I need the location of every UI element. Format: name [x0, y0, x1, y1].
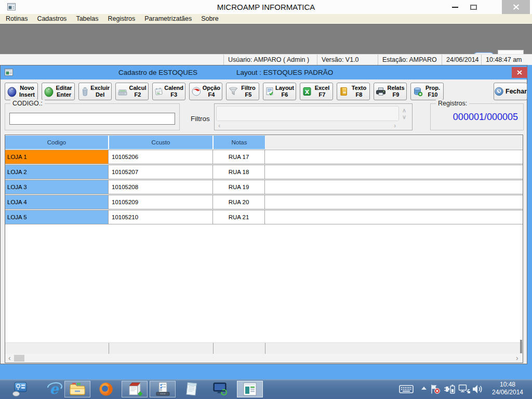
button-label: Novo: [18, 85, 36, 91]
filtros-label: Filtros: [191, 115, 210, 123]
prop-button[interactable]: Prop.F10: [410, 83, 444, 100]
codigo-groupbox: CODIGO.:: [5, 103, 180, 130]
taskbar-internet-explorer[interactable]: e: [42, 381, 66, 397]
horizontal-scrollbar[interactable]: ‹ ›: [5, 354, 523, 363]
close-button[interactable]: [502, 0, 530, 14]
cell-ccusto: 10105207: [109, 165, 213, 179]
footer-divider: [265, 343, 265, 354]
button-label: Relats: [387, 85, 405, 91]
header-filler: [265, 136, 523, 149]
column-header-codigo[interactable]: Codigo: [5, 136, 108, 149]
cell-notas: RUA 18: [213, 165, 265, 179]
novo-button[interactable]: NovoInsert: [5, 83, 38, 100]
menu-item-registros[interactable]: Registros: [103, 14, 140, 24]
button-shortcut: F3: [164, 91, 183, 98]
button-shortcut: F9: [387, 91, 405, 98]
taskbar-notepad[interactable]: [179, 381, 204, 397]
taskbar-firefox[interactable]: [94, 381, 118, 397]
child-layout-title: Layout : ESTOQUES PADRÃO: [236, 69, 333, 76]
table-row[interactable]: LOJA 2 10105207 RUA 18: [5, 165, 523, 179]
button-shortcut: Enter: [55, 91, 73, 98]
table-row[interactable]: LOJA 1 10105206 RUA 17: [5, 150, 523, 164]
calcul-button[interactable]: CalculF2: [115, 83, 149, 100]
editar-button[interactable]: EditarEnter: [42, 83, 75, 100]
status-user: Usúario: AMPARO ( Admin ): [223, 55, 317, 65]
mdi-area: Cadastro de ESTOQUES Layout : ESTOQUES P…: [0, 65, 532, 379]
table-row[interactable]: LOJA 4 10105209 RUA 20: [5, 195, 523, 209]
excel-button[interactable]: X ExcelF7: [300, 83, 333, 100]
tray-keyboard-icon[interactable]: [399, 384, 414, 394]
excluir-button[interactable]: ExcluirDel: [78, 83, 112, 100]
menu-item-cadastros[interactable]: Cadastros: [32, 14, 71, 24]
tray-network-icon[interactable]: [458, 384, 471, 394]
filtros-scroll-right[interactable]: ›: [394, 123, 396, 128]
firefox-icon: [98, 381, 114, 397]
filtro-button[interactable]: FiltroF5: [226, 83, 259, 100]
maximize-button[interactable]: [464, 0, 482, 14]
cell-codigo: LOJA 3: [5, 180, 109, 194]
folder-icon: [69, 381, 86, 397]
taskbar-file-explorer[interactable]: [64, 381, 90, 397]
texto-button[interactable]: TextoF8: [337, 83, 370, 100]
calendar-icon: [154, 86, 163, 97]
notepad-icon: [183, 381, 200, 397]
filtros-scroll-down[interactable]: ∨: [402, 114, 406, 120]
taskbar-notes-app[interactable]: [122, 381, 148, 397]
calend-button[interactable]: CalendF3: [152, 83, 185, 100]
internet-explorer-icon: e: [46, 381, 62, 397]
button-shortcut: Insert: [18, 91, 36, 98]
filtros-scroll-left[interactable]: ‹: [218, 123, 220, 128]
button-shortcut: Del: [90, 91, 110, 98]
menu-item-sobre[interactable]: Sobre: [196, 14, 223, 24]
cell-ccusto: 10105210: [109, 210, 213, 224]
table-row[interactable]: LOJA 3 10105208 RUA 19: [5, 180, 523, 194]
table-row[interactable]: LOJA 5 10105210 RUA 21: [5, 210, 523, 224]
codigo-input[interactable]: [9, 113, 175, 125]
opcao-button[interactable]: OpçãoF4: [189, 83, 222, 100]
cell-codigo: LOJA 2: [5, 165, 109, 179]
funnel-icon: [228, 86, 238, 97]
grid-footer: [5, 342, 523, 354]
tray-show-hidden-icon[interactable]: [421, 386, 427, 390]
horizontal-scrollbar-thumb[interactable]: [14, 355, 24, 362]
column-header-ccusto[interactable]: Ccusto: [109, 136, 212, 149]
fechar-button[interactable]: Fechar: [494, 83, 527, 100]
tray-clock[interactable]: 10:48 24/06/2014: [485, 381, 530, 397]
calculator-icon: [117, 86, 128, 97]
child-close-button[interactable]: [512, 67, 527, 78]
taskbar-tasks-app[interactable]: [150, 381, 176, 397]
relats-button[interactable]: RelatsF9: [374, 83, 407, 100]
tray-date: 24/06/2014: [485, 389, 530, 396]
tray-power-icon[interactable]: [444, 384, 456, 394]
menubar: Rotinas Cadastros Tabelas Registros Para…: [0, 14, 532, 24]
mouse-green-icon: [44, 86, 54, 97]
scroll-right-arrow-icon[interactable]: ›: [516, 354, 518, 362]
taskbar-remote-desktop[interactable]: [208, 381, 233, 397]
layout-button[interactable]: LayoutF6: [263, 83, 296, 100]
button-label: Calend: [164, 85, 183, 91]
cell-notas: RUA 19: [213, 180, 265, 194]
close-icon: [513, 4, 520, 10]
printer-icon: [376, 86, 386, 97]
filtros-scroll-up[interactable]: ∧: [402, 108, 406, 113]
filtros-list[interactable]: [216, 106, 399, 121]
column-header-notas[interactable]: Notas: [214, 136, 265, 149]
menu-item-tabelas[interactable]: Tabelas: [71, 14, 103, 24]
scroll-left-arrow-icon[interactable]: ‹: [8, 354, 11, 362]
menu-item-rotinas[interactable]: Rotinas: [1, 14, 32, 24]
codigo-label: CODIGO.:: [10, 100, 45, 107]
button-label: Opção: [203, 85, 220, 91]
minimize-button[interactable]: [447, 0, 463, 14]
vertical-scrollbar-thumb[interactable]: [520, 340, 522, 353]
taskbar-start-button[interactable]: [7, 381, 32, 397]
status-date: 24/06/2014: [442, 55, 481, 65]
child-toolbar: NovoInsert EditarEnter ExcluirDel Calcul…: [5, 83, 444, 100]
registros-counter: 000001/000005: [453, 112, 518, 123]
taskbar-microamp-app[interactable]: [237, 381, 263, 397]
tray-volume-icon[interactable]: [472, 384, 483, 394]
microamp-app-icon: [242, 381, 258, 397]
data-grid: Codigo Ccusto Notas LOJA 1 10105206 RUA …: [5, 135, 523, 363]
button-label: Excel: [313, 85, 331, 91]
menu-item-parametrizacoes[interactable]: Parametrizatães: [140, 14, 196, 24]
tray-action-center-icon[interactable]: [430, 384, 441, 394]
